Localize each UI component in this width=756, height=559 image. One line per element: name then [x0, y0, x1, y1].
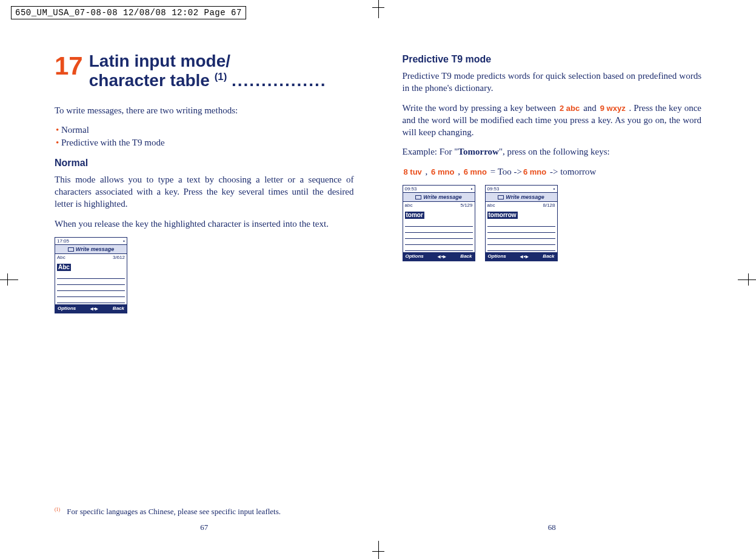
ps3-left-softkey: Options	[488, 253, 506, 259]
phone-screenshot-tomorrow: 09:53▪ Write message abc8/128 tomorrow O…	[485, 185, 558, 261]
key-8tuv-icon: 8 tuv	[403, 167, 423, 178]
text-line	[405, 239, 473, 245]
seq-end: -> tomorrow	[547, 167, 596, 176]
t9-p2-b: and	[583, 103, 599, 113]
ps2-count: 5/129	[460, 203, 472, 208]
t9-para-2: Write the word by pressing a key between…	[403, 102, 702, 139]
ps1-count: 3/612	[113, 255, 125, 260]
ps2-mode: abc	[405, 203, 413, 208]
example-line: Example: For "Tomorrow", press on the fo…	[403, 146, 702, 158]
text-line	[487, 245, 555, 251]
text-line	[487, 227, 555, 233]
text-line	[57, 273, 125, 279]
ps3-mode: abc	[487, 203, 495, 208]
page-right: Predictive T9 mode Predictive T9 mode pr…	[378, 36, 726, 541]
section-heading-t9: Predictive T9 mode	[403, 54, 702, 65]
chapter-title-line1: Latin input mode/	[89, 52, 354, 71]
text-line	[57, 279, 125, 285]
ps1-title: Write message	[76, 246, 114, 252]
chapter-title-line2: character table (1) ................	[89, 71, 354, 91]
phone-screenshot-normal: 17:05▪ Write message Abc3/612 Abc Option…	[55, 237, 127, 313]
envelope-icon	[498, 195, 504, 199]
text-line	[487, 233, 555, 239]
chapter-title-text: character table	[89, 72, 210, 90]
text-line	[405, 227, 473, 233]
normal-para-2: When you release the key the highlighted…	[55, 218, 354, 230]
normal-para-1: This mode allows you to type a text by c…	[55, 173, 354, 210]
chapter-title-sup: (1)	[215, 71, 227, 82]
nav-arrows-icon: ◂▪▸	[438, 253, 446, 259]
text-line	[57, 297, 125, 303]
crop-mark-left	[0, 280, 18, 280]
footnote-text: For specific languages as Chinese, pleas…	[67, 507, 281, 516]
nav-arrows-icon: ◂▪▸	[520, 253, 528, 259]
footnote-mark: (1)	[55, 507, 60, 512]
ps2-title: Write message	[423, 194, 461, 200]
footnote: (1) For specific languages as Chinese, p…	[55, 507, 354, 517]
chapter-title-dots: ................	[232, 72, 326, 90]
example-b: ", press on the following keys:	[499, 147, 610, 156]
ps1-time: 17:05	[57, 238, 69, 244]
ps3-time: 09:53	[487, 186, 500, 192]
crop-mark-bottom	[378, 541, 379, 559]
section-heading-normal: Normal	[55, 158, 354, 169]
text-line	[405, 245, 473, 251]
text-line	[487, 221, 555, 227]
key-2abc-icon: 2 abc	[558, 103, 581, 114]
text-line	[405, 221, 473, 227]
page-left: 17 Latin input mode/ character table (1)…	[30, 36, 378, 541]
bullet-normal: Normal	[56, 124, 354, 136]
envelope-icon	[68, 247, 74, 252]
ps2-left-softkey: Options	[406, 253, 424, 259]
example-a: Example: For "	[403, 147, 458, 156]
text-line	[405, 233, 473, 239]
ps3-title: Write message	[506, 194, 544, 200]
intro-text: To write messages, there are two writing…	[55, 104, 354, 116]
key-6mno-icon: 6 mno	[522, 167, 547, 178]
envelope-icon	[415, 195, 421, 199]
signal-icon: ▪	[123, 238, 125, 244]
key-9wxyz-icon: 9 wxyz	[599, 103, 627, 114]
key-6mno-icon: 6 mno	[463, 167, 488, 178]
text-line	[57, 285, 125, 291]
t9-para-1: Predictive T9 mode predicts words for qu…	[403, 70, 702, 95]
ps1-text: Abc	[57, 264, 71, 271]
page-spread: 17 Latin input mode/ character table (1)…	[30, 36, 726, 541]
seq-comma-1: ,	[423, 167, 430, 176]
bullet-t9: Predictive with the T9 mode	[56, 136, 354, 149]
crop-mark-top	[378, 0, 379, 18]
page-number-right: 68	[378, 523, 726, 532]
ps3-text: tomorrow	[487, 212, 518, 219]
ps1-mode: Abc	[57, 255, 65, 260]
signal-icon: ▪	[554, 186, 555, 192]
phone-screenshot-too: 09:53▪ Write message abc5/129 tomor Opti…	[403, 185, 475, 261]
ps1-right-softkey: Back	[113, 306, 124, 311]
ps2-time: 09:53	[405, 186, 417, 192]
key-6mno-icon: 6 mno	[430, 167, 455, 178]
crop-mark-right	[738, 280, 756, 280]
example-word: Tomorrow	[458, 147, 499, 156]
text-line	[487, 239, 555, 245]
ps1-left-softkey: Options	[58, 306, 76, 311]
print-header: 650_UM_USA_07-08-08 12/08/08 12:02 Page …	[11, 6, 246, 19]
page-number-left: 67	[30, 523, 378, 532]
seq-comma-2: ,	[455, 167, 462, 176]
key-sequence: 8 tuv , 6 mno , 6 mno = Too ->6 mno -> t…	[403, 166, 702, 178]
ps2-right-softkey: Back	[460, 253, 472, 259]
nav-arrows-icon: ◂▪▸	[90, 306, 98, 312]
text-line	[57, 291, 125, 297]
t9-p2-a: Write the word by pressing a key between	[403, 103, 558, 113]
seq-eq: = Too ->	[488, 167, 522, 176]
signal-icon: ▪	[471, 186, 473, 192]
ps3-right-softkey: Back	[543, 253, 554, 259]
ps2-text: tomor	[405, 212, 424, 219]
ps3-count: 8/128	[543, 203, 555, 208]
chapter-number: 17	[55, 52, 83, 81]
